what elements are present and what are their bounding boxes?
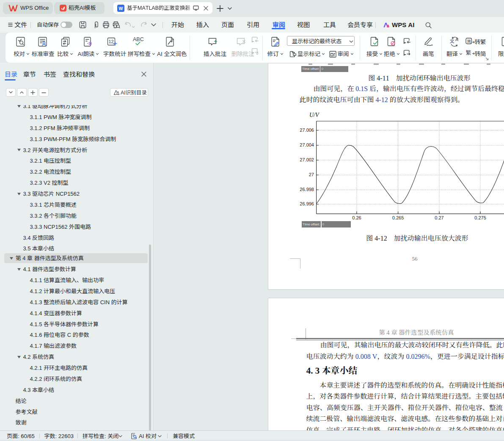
svg-text:W: W bbox=[119, 6, 123, 11]
svg-text:简: 简 bbox=[467, 38, 471, 44]
svg-text:繁: 繁 bbox=[466, 48, 471, 56]
svg-text:ABC: ABC bbox=[133, 36, 144, 42]
svg-text:12: 12 bbox=[108, 39, 113, 44]
